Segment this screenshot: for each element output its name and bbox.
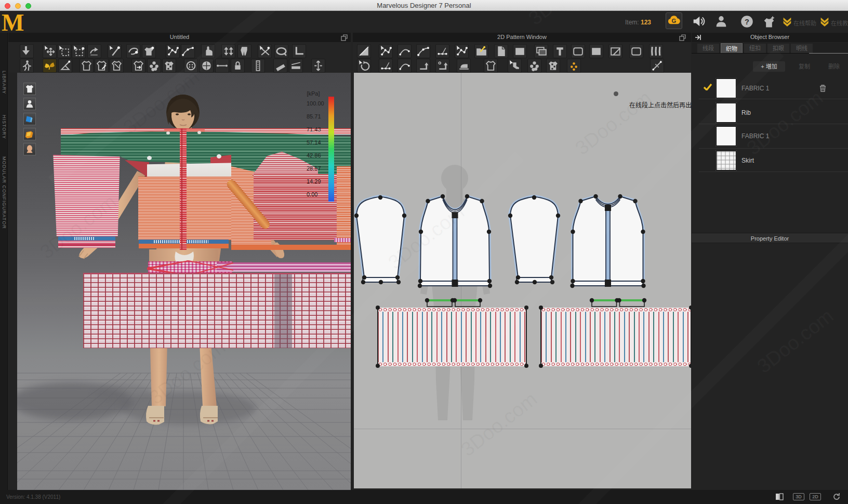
svg-text:?: ? [745, 18, 749, 26]
svg-text:G: G [672, 18, 677, 24]
